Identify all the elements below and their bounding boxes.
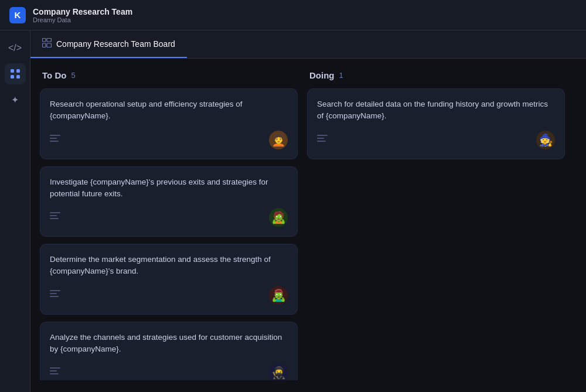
card-todo-3[interactable]: Determine the market segmentation and as… (40, 244, 298, 315)
column-doing-count: 1 (339, 71, 343, 80)
svg-rect-15 (50, 293, 57, 294)
avatar-card-2: 🧟 (269, 208, 288, 227)
card-todo-4[interactable]: Analyze the channels and strategies used… (40, 322, 298, 381)
svg-rect-9 (50, 138, 57, 139)
svg-rect-16 (50, 296, 59, 297)
column-doing-title: Doing (309, 70, 335, 80)
svg-rect-20 (317, 135, 328, 136)
card-todo-4-footer: 🥷 (50, 363, 288, 380)
svg-rect-3 (16, 75, 20, 79)
app-logo: K (9, 7, 26, 23)
svg-rect-6 (43, 43, 46, 47)
team-name: Company Research Team (33, 7, 132, 16)
board-area: To Do 5 Research operational setup and e… (30, 59, 586, 392)
svg-rect-0 (11, 69, 14, 73)
card-doing-1-text: Search for detailed data on the funding … (317, 98, 555, 122)
top-bar: K Company Research Team Dreamy Data (0, 0, 586, 30)
card-lines-icon-2 (50, 212, 60, 223)
column-todo-title: To Do (42, 70, 66, 80)
card-todo-1[interactable]: Research operational setup and efficienc… (40, 88, 298, 159)
board-tab[interactable]: Company Research Team Board (30, 30, 187, 58)
card-lines-icon-doing-1 (317, 135, 328, 145)
svg-rect-17 (50, 367, 60, 369)
column-todo-count: 5 (71, 71, 75, 80)
card-doing-1-footer: 🧙 (317, 131, 555, 149)
card-todo-2-footer: 🧟 (50, 208, 288, 227)
svg-rect-10 (50, 141, 59, 142)
app-info: Company Research Team Dreamy Data (33, 7, 132, 23)
content-area: Company Research Team Board To Do 5 Rese… (30, 30, 586, 392)
svg-rect-5 (47, 39, 52, 42)
sidebar-icon-code[interactable]: </> (5, 38, 26, 59)
column-doing-cards: Search for detailed data on the funding … (307, 88, 565, 380)
svg-rect-13 (50, 218, 59, 219)
sidebar-icon-sparkle[interactable]: ✦ (5, 89, 26, 110)
main-layout: </> ✦ Co (0, 30, 586, 392)
svg-rect-12 (50, 215, 57, 216)
card-todo-2-text: Investigate {companyName}'s previous exi… (50, 176, 288, 200)
team-sub: Dreamy Data (33, 16, 132, 23)
card-todo-2[interactable]: Investigate {companyName}'s previous exi… (40, 166, 298, 237)
svg-rect-19 (50, 373, 59, 374)
column-todo-cards: Research operational setup and efficienc… (40, 88, 298, 380)
svg-rect-2 (11, 75, 14, 79)
board-tab-label: Company Research Team Board (56, 39, 175, 49)
card-todo-4-text: Analyze the channels and strategies used… (50, 332, 288, 356)
svg-rect-8 (50, 135, 60, 136)
svg-rect-1 (16, 69, 20, 73)
board-tab-icon (42, 38, 52, 49)
column-doing: Doing 1 Search for detailed data on the … (307, 70, 565, 380)
svg-rect-18 (50, 370, 57, 371)
card-todo-1-footer: 🧑‍🦱 (50, 131, 288, 149)
sidebar-icon-grid[interactable] (5, 63, 26, 84)
card-doing-1[interactable]: Search for detailed data on the funding … (307, 88, 565, 159)
card-todo-1-text: Research operational setup and efficienc… (50, 98, 288, 122)
card-todo-3-text: Determine the market segmentation and as… (50, 254, 288, 278)
avatar-card-4: 🥷 (269, 363, 288, 380)
column-todo: To Do 5 Research operational setup and e… (40, 70, 298, 380)
svg-rect-7 (47, 43, 52, 47)
card-lines-icon-3 (50, 290, 60, 301)
column-todo-header: To Do 5 (40, 70, 298, 80)
card-todo-3-footer: 🧟‍♂️ (50, 286, 288, 305)
tab-bar: Company Research Team Board (30, 30, 586, 59)
card-lines-icon (50, 135, 60, 145)
avatar-card-1: 🧑‍🦱 (269, 131, 288, 149)
svg-rect-4 (43, 39, 46, 42)
sidebar: </> ✦ (0, 30, 30, 392)
svg-rect-22 (317, 141, 326, 142)
svg-rect-21 (317, 138, 324, 139)
column-doing-header: Doing 1 (307, 70, 565, 80)
avatar-card-3: 🧟‍♂️ (269, 286, 288, 305)
svg-rect-14 (50, 290, 60, 291)
svg-rect-11 (50, 212, 60, 213)
avatar-card-doing-1: 🧙 (536, 131, 555, 149)
card-lines-icon-4 (50, 367, 60, 378)
